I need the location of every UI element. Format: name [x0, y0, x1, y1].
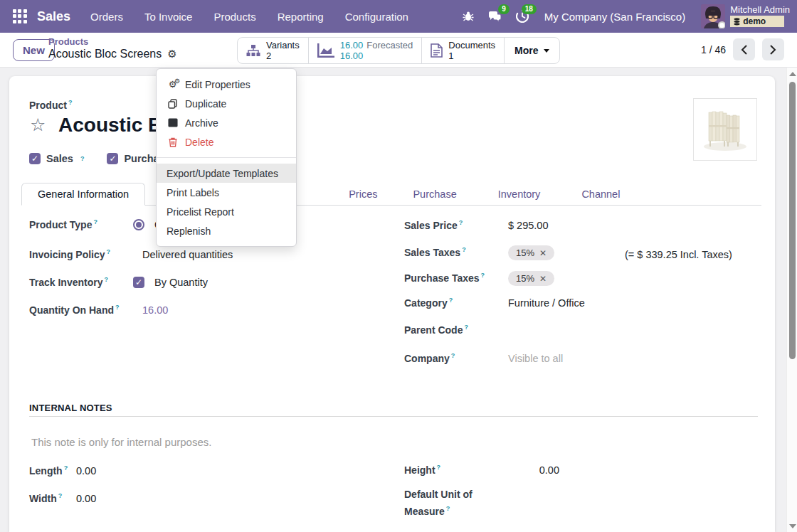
menu-item-edit-properties[interactable]: ⚙⚙ Edit Properties — [157, 75, 296, 94]
forecasted-value-bottom: 16.00 — [340, 50, 413, 61]
database-badge: demo — [730, 16, 784, 27]
scroll-down-icon[interactable] — [789, 524, 796, 528]
vertical-scrollbar[interactable] — [786, 68, 797, 532]
company-switcher[interactable]: My Company (San Francisco) — [544, 11, 685, 23]
field-sales-price: Sales Price? $ 295.00 — [404, 219, 548, 232]
pager-previous-button[interactable] — [733, 38, 755, 60]
company-value[interactable]: Visible to all — [508, 353, 563, 364]
user-avatar — [701, 4, 725, 28]
chevron-left-icon — [741, 45, 747, 55]
user-name: Mitchell Admin — [730, 4, 790, 15]
menu-item-delete[interactable]: Delete — [157, 132, 296, 151]
sales-tax-tag[interactable]: 15% ✕ — [508, 245, 554, 260]
field-parent-code: Parent Code? — [404, 324, 508, 336]
product-image[interactable] — [693, 98, 757, 161]
apps-grid-icon[interactable] — [13, 9, 27, 23]
track-inventory-checkbox[interactable]: ✓ — [133, 277, 144, 288]
top-menu: Orders To Invoice Products Reporting Con… — [90, 11, 408, 23]
sales-checkbox[interactable]: ✓ — [29, 153, 41, 164]
field-company: Company? Visible to all — [404, 352, 563, 365]
messages-icon[interactable]: 9 — [487, 9, 503, 24]
control-panel: New Products Acoustic Bloc Screens ⚙ Var… — [0, 33, 797, 68]
field-default-uom: Default Unit of Measure? — [404, 487, 497, 518]
purchase-tax-tag[interactable]: 15% ✕ — [508, 271, 554, 286]
product-field-label: Product — [29, 100, 67, 111]
database-icon — [734, 18, 740, 26]
field-height: Height? 0.00 — [404, 464, 559, 477]
action-dropdown-menu: ⚙⚙ Edit Properties Duplicate Archive Del… — [156, 68, 297, 247]
product-type-radio[interactable] — [133, 219, 144, 230]
action-gear-icon[interactable]: ⚙ — [167, 47, 176, 61]
field-invoicing-policy: Invoicing Policy? Delivered quantities — [29, 248, 233, 261]
forecasted-label: Forecasted — [366, 40, 413, 50]
acoustic-screen-image — [699, 104, 751, 155]
menu-reporting[interactable]: Reporting — [278, 11, 324, 23]
app-name-sales[interactable]: Sales — [37, 9, 70, 24]
length-value[interactable]: 0.00 — [76, 465, 96, 477]
menu-item-duplicate[interactable]: Duplicate — [157, 94, 296, 113]
documents-count: 1 — [448, 50, 495, 61]
documents-label: Documents — [448, 40, 495, 50]
trash-icon — [167, 137, 179, 147]
chevron-right-icon — [770, 45, 776, 55]
menu-item-export-update-templates[interactable]: Export/Update Templates — [157, 164, 296, 183]
menu-configuration[interactable]: Configuration — [345, 11, 408, 23]
menu-orders[interactable]: Orders — [90, 11, 123, 23]
forecasted-stat-button[interactable]: 16.00 Forecasted 16.00 — [309, 38, 423, 63]
breadcrumb-current: Acoustic Bloc Screens — [48, 47, 162, 61]
document-icon — [431, 43, 443, 58]
copy-icon — [167, 99, 179, 109]
section-divider — [29, 416, 758, 417]
debug-bug-icon[interactable] — [460, 9, 476, 24]
presence-status-icon — [718, 21, 725, 28]
user-menu[interactable]: Mitchell Admin demo — [701, 4, 790, 28]
tab-channel[interactable]: Channel — [570, 183, 631, 205]
tag-remove-icon[interactable]: ✕ — [539, 248, 547, 258]
product-form-card: Product? ☆ Acoustic Bloc Screens ✓ Sales… — [9, 76, 775, 532]
tag-remove-icon[interactable]: ✕ — [539, 274, 547, 284]
menu-item-replenish[interactable]: Replenish — [157, 221, 296, 240]
area-chart-icon — [317, 43, 334, 58]
favorite-star-icon[interactable]: ☆ — [30, 115, 46, 134]
pager-next-button[interactable] — [762, 38, 784, 60]
variants-stat-button[interactable]: Variants 2 — [238, 38, 309, 63]
tab-general-information[interactable]: General Information — [21, 183, 145, 206]
menu-products[interactable]: Products — [213, 11, 255, 23]
menu-to-invoice[interactable]: To Invoice — [144, 11, 193, 23]
field-category: Category? Furniture / Office — [404, 297, 585, 309]
odoo-product-page: Sales Orders To Invoice Products Reporti… — [0, 0, 797, 532]
sales-toggle-label: Sales — [46, 153, 73, 164]
more-button[interactable]: More — [505, 38, 559, 63]
width-value[interactable]: 0.00 — [76, 493, 96, 504]
help-question-icon: ? — [80, 155, 85, 162]
field-length: Length? 0.00 — [29, 464, 96, 477]
scrollbar-thumb[interactable] — [789, 82, 796, 359]
messages-badge: 9 — [498, 4, 510, 14]
menu-separator — [157, 157, 296, 158]
activities-clock-icon[interactable]: 18 — [514, 9, 530, 24]
stat-button-group: Variants 2 16.00 Forecasted 16.00 Docume… — [237, 37, 560, 64]
track-inventory-value[interactable]: By Quantity — [154, 277, 208, 288]
menu-item-pricelist-report[interactable]: Pricelist Report — [157, 202, 296, 221]
category-value[interactable]: Furniture / Office — [508, 297, 585, 309]
invoicing-policy-value[interactable]: Delivered quantities — [142, 249, 233, 260]
sales-price-value[interactable]: $ 295.00 — [508, 220, 548, 231]
internal-notes-input[interactable]: This note is only for internal purposes. — [31, 436, 211, 448]
gears-icon: ⚙⚙ — [167, 79, 179, 90]
archive-icon — [167, 118, 179, 127]
sales-toggle: ✓ Sales? — [29, 153, 84, 164]
documents-stat-button[interactable]: Documents 1 — [422, 38, 505, 63]
tab-inventory[interactable]: Inventory — [487, 183, 552, 205]
menu-item-archive[interactable]: Archive — [157, 113, 296, 132]
purchase-checkbox[interactable]: ✓ — [107, 153, 118, 164]
scroll-up-icon[interactable] — [789, 72, 796, 76]
variants-count: 2 — [266, 50, 300, 61]
tab-prices[interactable]: Prices — [337, 183, 389, 205]
menu-item-print-labels[interactable]: Print Labels — [157, 183, 296, 202]
variants-label: Variants — [266, 40, 300, 50]
quantity-on-hand-value[interactable]: 16.00 — [142, 304, 168, 316]
internal-notes-title: INTERNAL NOTES — [29, 403, 112, 413]
height-value[interactable]: 0.00 — [517, 464, 559, 476]
tab-purchase[interactable]: Purchase — [401, 183, 468, 205]
breadcrumb-parent[interactable]: Products — [48, 36, 177, 47]
